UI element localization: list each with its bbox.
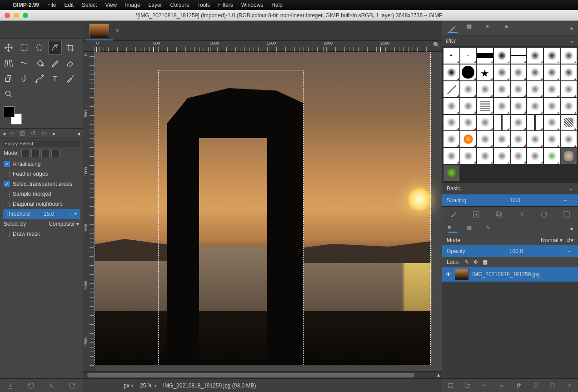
menu-filters[interactable]: Filters bbox=[218, 2, 233, 8]
threshold-plus[interactable]: + bbox=[74, 211, 77, 217]
mode-subtract[interactable] bbox=[41, 149, 50, 157]
minimize-window-button[interactable] bbox=[14, 13, 19, 18]
spacing-minus[interactable]: − bbox=[563, 197, 567, 203]
delete-layer-icon[interactable] bbox=[566, 382, 573, 389]
sample-merged-checkbox[interactable] bbox=[4, 191, 10, 197]
antialias-checkbox[interactable] bbox=[4, 161, 10, 167]
layers-empty-area[interactable] bbox=[442, 282, 578, 378]
zoom-tool[interactable] bbox=[2, 87, 15, 101]
menu-layer[interactable]: Layer bbox=[149, 2, 162, 8]
brush-item[interactable]: ★ bbox=[477, 64, 493, 81]
layers-tab[interactable]: ≡ bbox=[448, 224, 458, 233]
mode-replace[interactable] bbox=[21, 149, 30, 157]
mode-add[interactable] bbox=[31, 149, 40, 157]
brush-item[interactable] bbox=[477, 148, 493, 164]
bucket-fill-tool[interactable] bbox=[33, 56, 46, 70]
delete-brush-icon[interactable] bbox=[517, 210, 525, 218]
transparent-checkbox[interactable] bbox=[4, 181, 10, 187]
brush-item[interactable] bbox=[477, 47, 493, 64]
free-select-tool[interactable] bbox=[33, 41, 46, 55]
fg-color[interactable] bbox=[4, 106, 15, 117]
navigation-icon[interactable]: ▴ bbox=[437, 372, 440, 378]
lock-alpha-icon[interactable]: ▦ bbox=[483, 259, 488, 265]
menu-file[interactable]: File bbox=[47, 2, 56, 8]
brush-item[interactable] bbox=[477, 98, 493, 114]
drawmask-checkbox[interactable] bbox=[4, 231, 10, 237]
menu-colours[interactable]: Colours bbox=[170, 2, 189, 8]
new-brush-icon[interactable] bbox=[472, 210, 480, 218]
crop-tool[interactable] bbox=[64, 41, 77, 55]
brush-item[interactable] bbox=[560, 114, 577, 131]
brush-item[interactable] bbox=[543, 114, 560, 131]
channels-tab[interactable]: ▥ bbox=[467, 224, 477, 233]
dock-menu-icon[interactable]: ◂ bbox=[570, 25, 573, 31]
paths-tab[interactable]: ∿ bbox=[486, 224, 496, 233]
brush-name-bar[interactable]: Basic, ⌄ bbox=[442, 182, 578, 194]
brush-item[interactable] bbox=[527, 81, 543, 98]
brush-item[interactable] bbox=[560, 98, 577, 114]
brush-item[interactable] bbox=[560, 81, 577, 98]
brush-item[interactable] bbox=[460, 64, 477, 81]
rect-select-tool[interactable] bbox=[17, 41, 31, 55]
move-tool[interactable] bbox=[2, 41, 15, 55]
menu-windows[interactable]: Windows bbox=[241, 2, 264, 8]
brush-item[interactable] bbox=[443, 98, 460, 114]
opacity-slider[interactable]: Opacity 100.0 −+ bbox=[442, 245, 578, 257]
brush-item[interactable] bbox=[560, 148, 577, 164]
dock-menu-icon[interactable]: ◂ bbox=[570, 225, 573, 232]
undo-history-tab[interactable]: ↺ bbox=[31, 130, 38, 137]
text-tool[interactable] bbox=[48, 72, 62, 85]
selectby-dropdown[interactable]: Composite ▾ bbox=[49, 221, 79, 227]
brushes-tab[interactable] bbox=[448, 23, 458, 33]
zoom-corner-icon[interactable]: 🔍 bbox=[433, 42, 440, 48]
brush-item[interactable] bbox=[543, 81, 560, 98]
brush-item[interactable] bbox=[527, 131, 543, 148]
brush-item[interactable] bbox=[560, 131, 577, 148]
reset-options-icon[interactable] bbox=[68, 382, 76, 390]
mask-layer-icon[interactable] bbox=[549, 382, 556, 389]
prev-tab-icon[interactable]: ◂ bbox=[3, 130, 5, 137]
brush-item[interactable] bbox=[527, 148, 543, 164]
brush-item[interactable] bbox=[493, 98, 510, 114]
menu-view[interactable]: View bbox=[105, 2, 117, 8]
new-group-icon[interactable] bbox=[464, 382, 471, 389]
lower-layer-icon[interactable] bbox=[498, 382, 505, 389]
history-tab[interactable]: ≡ bbox=[505, 23, 515, 33]
duplicate-brush-icon[interactable] bbox=[495, 210, 503, 218]
layer-row[interactable]: 👁 IMG_20210818_191259.jpg bbox=[442, 267, 578, 282]
brush-item[interactable] bbox=[543, 98, 560, 114]
brush-item[interactable] bbox=[493, 148, 510, 164]
canvas[interactable] bbox=[95, 52, 442, 371]
brush-item[interactable] bbox=[460, 98, 477, 114]
brush-item[interactable] bbox=[460, 47, 477, 64]
brush-item[interactable] bbox=[443, 81, 460, 98]
smudge-tool[interactable] bbox=[17, 72, 31, 85]
fuzzy-select-tool[interactable] bbox=[48, 41, 62, 55]
color-picker-tool[interactable] bbox=[64, 72, 77, 85]
brush-item[interactable] bbox=[477, 81, 493, 98]
duplicate-layer-icon[interactable] bbox=[515, 382, 522, 389]
brush-item[interactable] bbox=[543, 148, 560, 164]
brush-item[interactable] bbox=[443, 148, 460, 164]
brush-item[interactable] bbox=[510, 148, 527, 164]
brush-item[interactable] bbox=[560, 64, 577, 81]
refresh-brush-icon[interactable] bbox=[540, 210, 548, 218]
brush-item[interactable] bbox=[527, 64, 543, 81]
brush-item[interactable] bbox=[527, 47, 543, 64]
close-window-button[interactable] bbox=[5, 13, 10, 18]
brush-item[interactable] bbox=[443, 164, 460, 181]
brush-item[interactable] bbox=[527, 114, 543, 131]
spacing-slider[interactable]: Spacing 10.0 −+ bbox=[442, 194, 578, 206]
eraser-tool[interactable] bbox=[64, 56, 77, 70]
brush-item[interactable] bbox=[543, 131, 560, 148]
brush-item[interactable] bbox=[510, 98, 527, 114]
diagonal-checkbox[interactable] bbox=[4, 201, 10, 207]
tool-options-tab[interactable]: ▭ bbox=[9, 130, 16, 137]
paths-tool[interactable] bbox=[33, 72, 46, 85]
brush-item[interactable] bbox=[493, 114, 510, 131]
vertical-ruler[interactable]: 0 500 1000 1500 2000 2500 bbox=[83, 52, 95, 371]
threshold-slider[interactable]: Threshold 15.0 −+ bbox=[3, 209, 80, 219]
opacity-plus[interactable]: + bbox=[570, 248, 573, 254]
save-options-icon[interactable] bbox=[6, 382, 15, 390]
images-tab[interactable]: ▭ bbox=[42, 130, 49, 137]
